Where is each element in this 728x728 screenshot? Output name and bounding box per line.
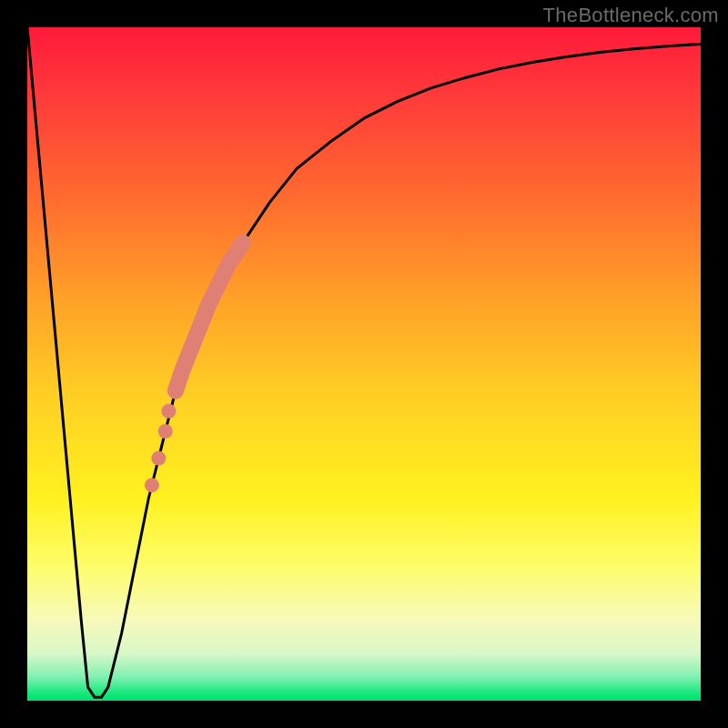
- highlight-dot: [158, 424, 173, 439]
- main-curve: [27, 27, 701, 697]
- curve-layer: [27, 27, 701, 697]
- highlight-dot: [151, 451, 166, 466]
- plot-area: [27, 27, 701, 701]
- watermark-text: TheBottleneck.com: [543, 4, 719, 27]
- highlight-dot: [145, 478, 159, 492]
- highlight-dot: [161, 404, 176, 419]
- highlight-segment: [176, 243, 243, 391]
- chart-svg: [27, 27, 701, 701]
- chart-frame: TheBottleneck.com: [0, 0, 728, 728]
